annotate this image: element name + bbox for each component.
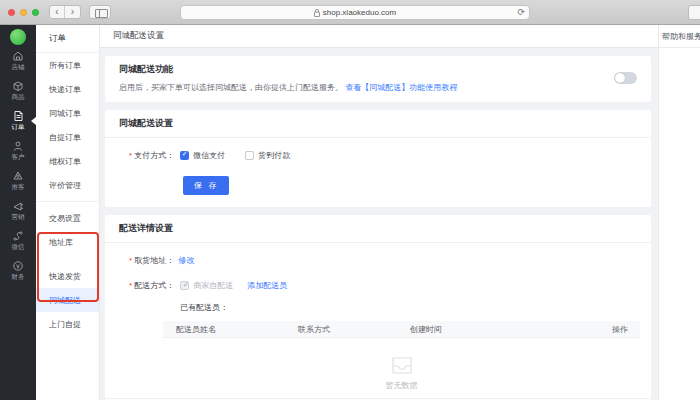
page-content: 同城配送功能 启用后，买家下单可以选择同城配送，由你提供上门配送服务。 查看【同…: [100, 48, 658, 400]
order-icon: [12, 110, 24, 122]
page-title: 同城配送设置: [113, 30, 164, 42]
submenu-divider: [36, 201, 99, 202]
feature-card-title: 同城配送功能: [119, 63, 637, 76]
sidebar-item-wechat[interactable]: 微信: [0, 226, 36, 255]
self-delivery-checkbox: [180, 281, 189, 290]
history-nav: ‹ ›: [49, 5, 81, 19]
submenu-item-door-pickup[interactable]: 上门自提: [36, 312, 99, 336]
feature-card-desc: 启用后，买家下单可以选择同城配送，由你提供上门配送服务。 查看【同城配送】功能使…: [119, 82, 637, 93]
page-topbar: 同城配送设置: [100, 25, 658, 48]
existing-courier-row: 已有配送员：: [180, 302, 637, 313]
wechat-pay-checkbox[interactable]: [180, 151, 189, 160]
feature-toggle[interactable]: [614, 72, 637, 84]
delivery-method-row: * 配送方式： 商家自配送 添加配送员: [129, 280, 637, 291]
settings-card: 同城配送设置 * 支付方式： 微信支付 货到付款 保 存: [105, 110, 651, 207]
sidebar-item-label: 商品: [12, 93, 25, 102]
detail-card-title: 配送详情设置: [105, 215, 651, 243]
submenu-gap: [36, 254, 99, 264]
empty-text: 暂无数据: [163, 380, 640, 391]
feature-card: 同城配送功能 启用后，买家下单可以选择同城配送，由你提供上门配送服务。 查看【同…: [105, 56, 651, 102]
help-and-service-link[interactable]: 帮助和服务: [659, 25, 700, 48]
customer-icon: [12, 140, 24, 152]
browser-chrome: ‹ › shop.xiaokeduo.com ⟳: [0, 0, 700, 25]
empty-state: 暂无数据: [163, 338, 640, 391]
sidebar-item-goods[interactable]: 商品: [0, 76, 36, 105]
detail-card: 配送详情设置 * 取货地址： 修改 * 配送方式： 商家自配送 添加配送员: [105, 215, 651, 400]
col-courier-name: 配送员姓名: [163, 324, 298, 335]
tutorial-link[interactable]: 查看【同城配送】功能使用教程: [345, 83, 457, 92]
wechat-icon: [12, 230, 24, 242]
sidebar-item-label: 店铺: [12, 63, 25, 72]
required-mark: *: [129, 256, 132, 265]
courier-table: 配送员姓名 联系方式 创建时间 操作: [163, 321, 640, 338]
sidebar-item-marketing[interactable]: 营销: [0, 196, 36, 225]
url-text: shop.xiaokeduo.com: [323, 8, 396, 17]
cod-checkbox[interactable]: [245, 151, 254, 160]
sidebar-item-shop[interactable]: 店铺: [0, 46, 36, 75]
box-icon: [12, 80, 24, 92]
cod-label: 货到付款: [258, 150, 290, 161]
main-area: 同城配送设置 同城配送功能 启用后，买家下单可以选择同城配送，由你提供上门配送服…: [100, 25, 658, 400]
primary-sidebar: 店铺 商品 订单 客户 推客: [0, 25, 36, 400]
reload-icon[interactable]: ⟳: [517, 7, 525, 17]
delivery-method-label: 配送方式：: [134, 280, 174, 291]
finance-icon: [12, 260, 24, 272]
existing-courier-label: 已有配送员：: [180, 302, 228, 313]
wechat-pay-label: 微信支付: [193, 150, 225, 161]
sidebar-item-finance[interactable]: 财务: [0, 256, 36, 285]
submenu-item-city-orders[interactable]: 同城订单: [36, 101, 99, 125]
required-mark: *: [129, 151, 132, 160]
referral-icon: [12, 170, 24, 182]
app-window: 店铺 商品 订单 客户 推客: [0, 25, 700, 400]
lock-icon: [314, 9, 320, 17]
col-contact: 联系方式: [298, 324, 410, 335]
app-logo: [10, 29, 26, 45]
zoom-window-button[interactable]: [32, 9, 39, 16]
minimize-window-button[interactable]: [20, 9, 27, 16]
close-window-button[interactable]: [8, 9, 15, 16]
sidebar-item-orders[interactable]: 订单: [0, 106, 36, 135]
submenu-item-pickup-orders[interactable]: 自提订单: [36, 125, 99, 149]
empty-inbox-icon: [389, 355, 415, 377]
submenu-item-city-delivery[interactable]: 同城配送: [36, 288, 99, 312]
payment-save-button[interactable]: 保 存: [183, 176, 229, 195]
submenu-item-all-orders[interactable]: 所有订单: [36, 53, 99, 77]
courier-table-header: 配送员姓名 联系方式 创建时间 操作: [163, 321, 640, 338]
chrome-right-fragment: [688, 5, 700, 20]
self-delivery-label: 商家自配送: [193, 280, 233, 291]
sidebar-item-customers[interactable]: 客户: [0, 136, 36, 165]
sidebar-toggle-button[interactable]: [89, 5, 111, 19]
sidebar-item-label: 财务: [12, 273, 25, 282]
payment-method-row: * 支付方式： 微信支付 货到付款: [129, 150, 637, 161]
required-mark: *: [129, 281, 132, 290]
address-bar[interactable]: shop.xiaokeduo.com ⟳: [180, 5, 530, 20]
marketing-icon: [12, 200, 24, 212]
back-button[interactable]: ‹: [50, 6, 65, 18]
submenu-item-express-orders[interactable]: 快递订单: [36, 77, 99, 101]
traffic-lights: [8, 9, 39, 16]
sidebar-item-label: 订单: [12, 123, 25, 132]
submenu-item-review-mgmt[interactable]: 评价管理: [36, 173, 99, 197]
submenu-item-express-shipping[interactable]: 快递发货: [36, 264, 99, 288]
submenu-item-trade-settings[interactable]: 交易设置: [36, 206, 99, 230]
pickup-address-row: * 取货地址： 修改: [129, 255, 637, 266]
submenu-item-rights-orders[interactable]: 维权订单: [36, 149, 99, 173]
home-icon: [12, 50, 24, 62]
submenu-header: 订单: [36, 25, 99, 53]
orders-submenu: 订单 所有订单 快递订单 同城订单 自提订单 维权订单 评价管理 交易设置 地址…: [36, 25, 100, 400]
feature-desc-text: 启用后，买家下单可以选择同城配送，由你提供上门配送服务。: [119, 83, 343, 92]
sidebar-item-label: 营销: [12, 213, 25, 222]
payment-label: 支付方式：: [134, 150, 174, 161]
toggle-knob: [615, 73, 625, 83]
col-created-time: 创建时间: [410, 324, 573, 335]
sidebar-item-label: 推客: [12, 183, 25, 192]
modify-address-link[interactable]: 修改: [178, 255, 194, 266]
sidebar-item-label: 微信: [12, 243, 25, 252]
add-courier-link[interactable]: 添加配送员: [247, 280, 287, 291]
sidebar-item-label: 客户: [12, 153, 25, 162]
sidebar-item-referral[interactable]: 推客: [0, 166, 36, 195]
forward-button[interactable]: ›: [65, 6, 80, 18]
col-actions: 操作: [573, 324, 640, 335]
submenu-item-address-book[interactable]: 地址库: [36, 230, 99, 254]
settings-card-title: 同城配送设置: [105, 110, 651, 138]
